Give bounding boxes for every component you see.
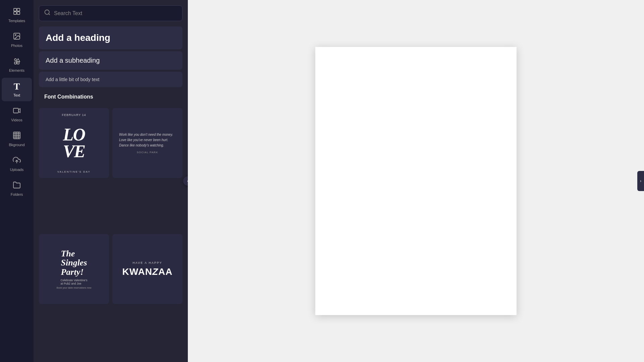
templates-icon — [13, 7, 21, 17]
svg-line-20 — [49, 14, 50, 15]
font-grid: FEBRUARY 14 LOVE VALENTINE'S DAY Work li… — [39, 108, 182, 357]
sidebar-item-text[interactable]: T Text — [2, 78, 32, 101]
text-icon: T — [14, 82, 20, 91]
text-options: Add a heading Add a subheading Add a lit… — [34, 26, 188, 87]
svg-rect-10 — [13, 108, 18, 113]
sidebar-label-uploads: Uploads — [10, 168, 23, 172]
svg-rect-1 — [17, 8, 20, 11]
font-card-love[interactable]: FEBRUARY 14 LOVE VALENTINE'S DAY — [39, 108, 109, 178]
sidebar-item-uploads[interactable]: Uploads — [2, 152, 32, 176]
search-input[interactable] — [54, 10, 177, 16]
svg-point-6 — [14, 59, 16, 61]
sidebar-item-videos[interactable]: Videos — [2, 103, 32, 126]
svg-rect-0 — [14, 8, 16, 11]
sidebar-label-text: Text — [13, 93, 20, 97]
font-card-kwanzaa[interactable]: HAVE A HAPPY KWANZAA — [112, 234, 182, 304]
sidebar-label-background: Bkground — [9, 143, 24, 147]
sidebar-label-templates: Templates — [8, 19, 25, 23]
sidebar-item-photos[interactable]: Photos — [2, 28, 32, 52]
singles-card-footer: Book your table reservations now — [57, 287, 92, 289]
canvas-document[interactable] — [315, 47, 517, 315]
elements-icon — [13, 57, 21, 66]
sidebar: Templates Photos Elements T Text — [0, 0, 34, 362]
sidebar-item-templates[interactable]: Templates — [2, 3, 32, 27]
search-bar — [39, 5, 182, 21]
font-combinations-title: Font Combinations — [44, 94, 177, 100]
subheading-label: Add a subheading — [46, 57, 100, 64]
sidebar-label-elements: Elements — [9, 68, 24, 72]
singles-card-title: TheSinglesParty! — [61, 249, 87, 277]
search-container — [34, 0, 188, 26]
sidebar-item-elements[interactable]: Elements — [2, 53, 32, 76]
sidebar-item-background[interactable]: Bkground — [2, 127, 32, 151]
singles-card-subtitle: Celebrate Valentine'sat Pub2 and Joe — [61, 279, 88, 285]
sidebar-item-folders[interactable]: Folders — [2, 177, 32, 200]
right-collapse-button[interactable]: › — [637, 171, 644, 191]
sidebar-label-videos: Videos — [11, 118, 22, 122]
font-card-singles[interactable]: TheSinglesParty! Celebrate Valentine'sat… — [39, 234, 109, 304]
uploads-icon — [13, 156, 21, 166]
svg-point-5 — [15, 35, 16, 36]
svg-rect-2 — [14, 12, 16, 14]
heading-label: Add a heading — [46, 33, 110, 43]
love-card-bottom: VALENTINE'S DAY — [39, 170, 109, 173]
folders-icon — [13, 181, 21, 190]
videos-icon — [13, 107, 21, 116]
svg-point-19 — [45, 10, 49, 14]
svg-rect-8 — [14, 62, 16, 64]
body-label: Add a little bit of body text — [46, 77, 99, 82]
search-icon — [44, 9, 51, 17]
photos-icon — [13, 32, 21, 42]
kwanzaa-card-title: KWANZAA — [122, 266, 172, 277]
add-body-button[interactable]: Add a little bit of body text — [39, 72, 182, 87]
svg-rect-9 — [17, 62, 19, 64]
font-combinations-header: Font Combinations — [39, 87, 182, 108]
add-subheading-button[interactable]: Add a subheading — [39, 51, 182, 70]
svg-rect-3 — [17, 12, 20, 14]
background-icon — [13, 131, 21, 141]
kwanzaa-card-top: HAVE A HAPPY — [132, 261, 162, 264]
quote-card-author: SOCIAL PARK — [137, 151, 158, 154]
text-panel: Add a heading Add a subheading Add a lit… — [34, 0, 188, 362]
sidebar-label-folders: Folders — [11, 192, 23, 196]
sidebar-label-photos: Photos — [11, 44, 22, 48]
svg-marker-7 — [16, 59, 20, 62]
quote-card-text: Work like you don't need the money. Love… — [119, 132, 176, 148]
love-card-date: FEBRUARY 14 — [39, 113, 109, 117]
main-canvas: › — [188, 0, 644, 362]
love-card-text: LOVE — [63, 126, 85, 160]
font-combinations-section: Font Combinations FEBRUARY 14 LOVE VALEN… — [34, 87, 188, 362]
add-heading-button[interactable]: Add a heading — [39, 26, 182, 49]
font-card-quote[interactable]: Work like you don't need the money. Love… — [112, 108, 182, 178]
